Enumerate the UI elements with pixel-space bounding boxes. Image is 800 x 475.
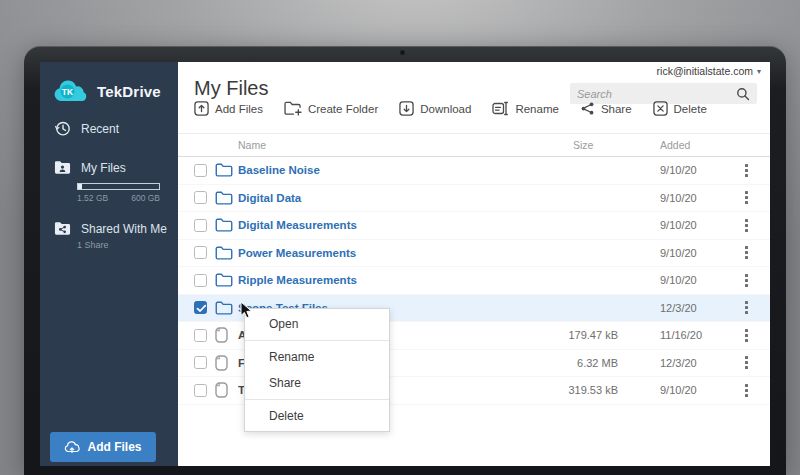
row-name-link[interactable]: Digital Measurements — [238, 219, 518, 231]
file-icon — [215, 382, 233, 398]
toolbar: Add FilesCreate FolderDownloadRenameShar… — [194, 101, 707, 116]
row-kebab-menu-icon[interactable] — [722, 384, 770, 397]
rename-toolbar-button[interactable]: Rename — [492, 101, 558, 116]
folder-icon — [215, 246, 233, 260]
menu-divider — [245, 399, 389, 400]
storage-bar-fill — [78, 184, 82, 189]
sidebar-item-shared-with-me[interactable]: Shared With Me — [54, 221, 167, 236]
toolbar-button-label: Download — [420, 103, 471, 115]
history-icon — [54, 120, 71, 137]
folder-icon — [215, 273, 233, 287]
row-name-link[interactable]: Ripple Measurements — [238, 274, 518, 286]
add-files-button[interactable]: Add Files — [50, 432, 156, 462]
toolbar-button-label: Delete — [674, 103, 707, 115]
row-added-date: 12/3/20 — [660, 302, 722, 314]
sidebar-item-recent[interactable]: Recent — [54, 120, 119, 137]
row-size: 319.53 kB — [518, 384, 618, 396]
webcam-dot — [400, 50, 405, 55]
add-files-toolbar-button[interactable]: Add Files — [194, 101, 263, 116]
app-window: TK TekDrive Recent — [40, 62, 770, 466]
context-menu: OpenRenameShareDelete — [244, 308, 390, 432]
row-kebab-menu-icon[interactable] — [722, 246, 770, 259]
row-added-date: 12/3/20 — [660, 357, 722, 369]
search-icon[interactable] — [736, 87, 750, 101]
add-files-button-label: Add Files — [87, 440, 141, 454]
row-added-date: 9/10/20 — [660, 164, 722, 176]
file-icon — [215, 355, 233, 371]
share-count: 1 Share — [77, 240, 109, 250]
boxed-arrow-down-icon — [399, 101, 414, 116]
toolbar-button-label: Create Folder — [308, 103, 378, 115]
row-kebab-menu-icon[interactable] — [722, 191, 770, 204]
create-folder-toolbar-button[interactable]: Create Folder — [284, 101, 378, 116]
brand-name: TekDrive — [97, 83, 161, 100]
row-checkbox[interactable] — [194, 329, 207, 342]
my-files-folder-icon — [54, 160, 71, 175]
search-input[interactable] — [577, 88, 736, 100]
sidebar-item-label: Recent — [81, 122, 119, 136]
row-checkbox[interactable] — [194, 384, 207, 397]
column-header-name[interactable]: Name — [238, 139, 518, 151]
row-kebab-menu-icon[interactable] — [722, 301, 770, 314]
row-name-link[interactable]: Baseline Noise — [238, 164, 518, 176]
row-added-date: 9/10/20 — [660, 247, 722, 259]
page-title: My Files — [194, 77, 268, 100]
row-checkbox[interactable] — [194, 274, 207, 287]
column-header-size[interactable]: Size — [518, 139, 618, 151]
context-menu-item-rename[interactable]: Rename — [245, 344, 389, 370]
sidebar: TK TekDrive Recent — [40, 62, 178, 466]
row-size: 6.32 MB — [518, 357, 618, 369]
row-added-date: 11/16/20 — [660, 329, 722, 341]
laptop-frame: TK TekDrive Recent — [24, 46, 786, 475]
folder-icon — [215, 218, 233, 232]
main-panel: rick@initialstate.com ▾ My Files Add Fil… — [178, 62, 770, 466]
background-photo: TK TekDrive Recent — [0, 0, 800, 475]
row-checkbox[interactable] — [194, 301, 207, 314]
account-menu[interactable]: rick@initialstate.com ▾ — [657, 65, 761, 77]
delete-toolbar-button[interactable]: Delete — [653, 101, 707, 116]
row-name-link[interactable]: Digital Data — [238, 192, 518, 204]
table-row[interactable]: Baseline Noise9/10/20 — [178, 157, 770, 185]
sidebar-item-my-files[interactable]: My Files — [54, 160, 126, 175]
boxed-arrow-up-icon — [194, 101, 209, 116]
row-kebab-menu-icon[interactable] — [722, 274, 770, 287]
table-row[interactable]: Digital Measurements9/10/20 — [178, 212, 770, 240]
table-row[interactable]: Digital Data9/10/20 — [178, 185, 770, 213]
sidebar-item-label: Shared With Me — [81, 222, 167, 236]
row-kebab-menu-icon[interactable] — [722, 356, 770, 369]
folder-plus-icon — [284, 101, 302, 116]
toolbar-button-label: Rename — [515, 103, 558, 115]
share-toolbar-button[interactable]: Share — [580, 101, 632, 116]
column-header-added[interactable]: Added — [660, 139, 722, 151]
row-kebab-menu-icon[interactable] — [722, 329, 770, 342]
row-kebab-menu-icon[interactable] — [722, 164, 770, 177]
row-size: 179.47 kB — [518, 329, 618, 341]
folder-icon — [215, 301, 233, 315]
storage-bar — [77, 183, 160, 190]
svg-text:TK: TK — [62, 87, 74, 97]
table-row[interactable]: Ripple Measurements9/10/20 — [178, 267, 770, 295]
row-checkbox[interactable] — [194, 246, 207, 259]
row-kebab-menu-icon[interactable] — [722, 219, 770, 232]
row-added-date: 9/10/20 — [660, 219, 722, 231]
cloud-upload-icon — [64, 441, 80, 453]
row-checkbox[interactable] — [194, 164, 207, 177]
context-menu-item-share[interactable]: Share — [245, 370, 389, 396]
context-menu-item-open[interactable]: Open — [245, 311, 389, 337]
context-menu-item-delete[interactable]: Delete — [245, 403, 389, 429]
file-icon — [215, 327, 233, 343]
folder-icon — [215, 163, 233, 177]
brand: TK TekDrive — [52, 78, 161, 105]
row-added-date: 9/10/20 — [660, 384, 722, 396]
row-checkbox[interactable] — [194, 219, 207, 232]
row-name-link[interactable]: Power Measurements — [238, 247, 518, 259]
download-toolbar-button[interactable]: Download — [399, 101, 471, 116]
toolbar-button-label: Share — [601, 103, 632, 115]
row-checkbox[interactable] — [194, 191, 207, 204]
account-email: rick@initialstate.com — [657, 65, 753, 77]
table-header: Name Size Added — [178, 134, 770, 157]
table-row[interactable]: Power Measurements9/10/20 — [178, 240, 770, 268]
row-checkbox[interactable] — [194, 356, 207, 369]
storage-total: 600 GB — [131, 193, 160, 203]
toolbar-button-label: Add Files — [215, 103, 263, 115]
